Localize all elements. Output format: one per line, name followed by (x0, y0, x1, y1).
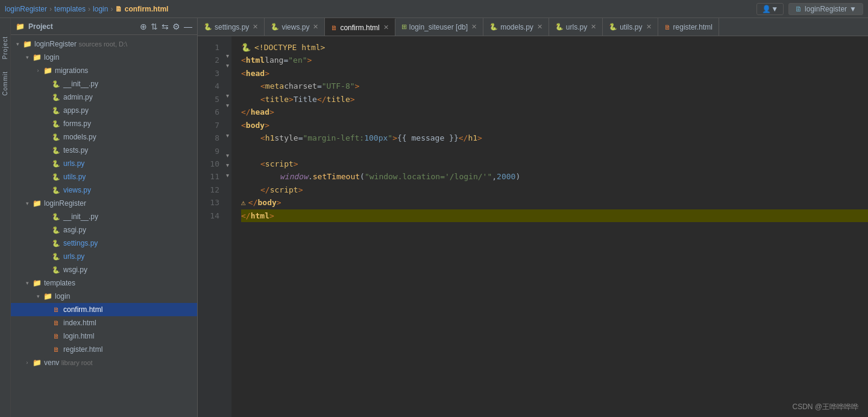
code-line-14: </html> (241, 209, 868, 222)
arrow-icon: ▾ (13, 41, 22, 47)
tree-register-html[interactable]: 🗎 register.html (11, 343, 197, 356)
expand-all-icon[interactable]: ⇅ (151, 22, 158, 31)
tab-close-utils[interactable]: ✕ (646, 23, 652, 31)
tree-templates-folder[interactable]: ▾ 📁 templates (11, 276, 197, 290)
tree-root-label: loginRegister sources root, D:\ (34, 40, 127, 48)
tab-close-views[interactable]: ✕ (313, 23, 318, 31)
script-tag-close: script (270, 183, 298, 196)
minimize-icon[interactable]: — (184, 22, 192, 31)
html-tag-close: html (251, 209, 269, 222)
html-close: > (307, 54, 312, 66)
arrow-icon: ▾ (23, 54, 31, 60)
tree-urls-py-lr[interactable]: 🐍 urls.py (11, 250, 197, 263)
tab-close-confirm[interactable]: ✕ (383, 24, 389, 31)
code-line-11: window.setTimeout("window.location='/log… (241, 170, 868, 183)
tree-login-html[interactable]: 🗎 login.html (11, 329, 197, 343)
tab-icon-register: 🗎 (664, 24, 671, 31)
tree-init-py[interactable]: 🐍 __init__.py (11, 77, 197, 91)
h1-final: > (477, 132, 482, 144)
title-tag: title (265, 93, 289, 106)
tab-icon-urls: 🐍 (555, 23, 564, 31)
head-tag-close: head (251, 106, 269, 118)
add-file-icon[interactable]: ⊕ (140, 22, 147, 31)
tab-icon-utils: 🐍 (609, 23, 617, 31)
project-button[interactable]: 🗎 loginRegister ▼ (788, 3, 863, 15)
tree-urls-py-login[interactable]: 🐍 urls.py (11, 157, 197, 170)
tab-views[interactable]: 🐍 views.py ✕ (265, 18, 325, 36)
tree-login-folder[interactable]: ▾ 📁 login (11, 51, 197, 64)
tree-forms-py[interactable]: 🐍 forms.py (11, 117, 197, 130)
tab-close-urls[interactable]: ✕ (591, 23, 596, 31)
code-line-5: <title>Title</title> (241, 93, 868, 106)
tree-admin-py[interactable]: 🐍 admin.py (11, 91, 197, 104)
tab-close-settings[interactable]: ✕ (253, 23, 258, 31)
folder-icon-login: 📁 (31, 53, 42, 62)
tree-urls-lr-label: urls.py (63, 252, 84, 261)
head-tag: head (246, 67, 265, 80)
timeout-num: 2000 (497, 170, 515, 183)
body-tag: body (246, 119, 265, 132)
code-lines[interactable]: 🐍 <!DOCTYPE html> <html lang="en"> <head… (231, 36, 868, 417)
window-kw: window (280, 170, 308, 183)
tab-login-siteuser[interactable]: ⊞ login_siteuser [db] ✕ (395, 18, 483, 36)
breadcrumb-part-1[interactable]: loginRegister (5, 5, 47, 13)
code-line-3: <head> (241, 67, 868, 80)
folder-icon: 📁 (16, 22, 25, 31)
tree-wsgi-py[interactable]: 🐍 wsgi.py (11, 263, 197, 276)
tree-apps-py[interactable]: 🐍 apps.py (11, 104, 197, 117)
tree-register-html-label: register.html (63, 345, 102, 354)
tree-models-label: models.py (63, 133, 96, 141)
tree-templates-login-folder[interactable]: ▾ 📁 login (11, 290, 197, 303)
tree-utils-py[interactable]: 🐍 utils.py (11, 170, 197, 183)
py-file-icon: 🐍 (51, 133, 61, 141)
breadcrumb-part-2[interactable]: templates (54, 5, 86, 13)
watermark: CSDN @王哗哗哗哗 (792, 402, 858, 412)
code-line-13: ⚠</body> (241, 196, 868, 209)
script-end: > (298, 183, 303, 196)
tree-confirm-html[interactable]: 🗎 confirm.html (11, 303, 197, 316)
tree-migrations[interactable]: › 📁 migrations (11, 64, 197, 77)
tree-asgi-py[interactable]: 🐍 asgi.py (11, 223, 197, 237)
top-right-controls: 👤▼ 🗎 loginRegister ▼ (756, 3, 863, 15)
tree-views-py[interactable]: 🐍 views.py (11, 183, 197, 197)
body-tag-close: body (257, 196, 276, 209)
python-logo: 🐍 (241, 41, 251, 54)
tab-settings[interactable]: 🐍 settings.py ✕ (198, 18, 265, 36)
tab-register[interactable]: 🗎 register.html (658, 18, 719, 36)
equals: = (283, 54, 288, 66)
tree-lr-init[interactable]: 🐍 __init__.py (11, 210, 197, 223)
sidebar-icon-project[interactable]: Project (2, 36, 8, 59)
tab-icon-confirm: 🗎 (331, 24, 338, 31)
tree-tests-py[interactable]: 🐍 tests.py (11, 144, 197, 157)
tab-confirm[interactable]: 🗎 confirm.html ✕ (325, 18, 395, 36)
breadcrumb-sep-3: › (110, 5, 113, 13)
tree-venv-folder[interactable]: › 📁 venv library root (11, 356, 197, 369)
tab-label-utils: utils.py (620, 23, 642, 31)
tree-root[interactable]: ▾ 📁 loginRegister sources root, D:\ (11, 37, 197, 51)
breadcrumb-part-3[interactable]: login (93, 5, 108, 13)
tree-index-html[interactable]: 🗎 index.html (11, 316, 197, 329)
user-button[interactable]: 👤▼ (756, 3, 784, 15)
tree-admin-label: admin.py (63, 93, 93, 101)
collapse-icon[interactable]: ⇆ (162, 22, 169, 31)
tree-loginregister-folder[interactable]: ▾ 📁 loginRegister (11, 197, 197, 210)
sidebar-icon-commit[interactable]: Commit (2, 71, 8, 95)
tab-utils[interactable]: 🐍 utils.py ✕ (603, 18, 658, 36)
h1-close: > (392, 132, 397, 144)
tab-urls[interactable]: 🐍 urls.py ✕ (549, 18, 603, 36)
settings-icon[interactable]: ⚙ (172, 22, 180, 31)
title-close-tag: </ (317, 93, 327, 106)
tab-close-login-siteuser[interactable]: ✕ (471, 23, 477, 31)
tab-models[interactable]: 🐍 models.py ✕ (483, 18, 549, 36)
editor-area: 🐍 settings.py ✕ 🐍 views.py ✕ 🗎 confirm.h… (198, 18, 868, 417)
folder-icon-venv: 📁 (31, 358, 42, 367)
file-tree-body[interactable]: ▾ 📁 loginRegister sources root, D:\ ▾ 📁 … (11, 35, 197, 417)
tree-settings-py[interactable]: 🐍 settings.py (11, 237, 197, 250)
tab-close-models[interactable]: ✕ (537, 23, 542, 31)
tree-models-py[interactable]: 🐍 models.py (11, 130, 197, 144)
code-line-6: </head> (241, 106, 868, 118)
code-line-12: </script> (241, 183, 868, 196)
title-tag-close: title (327, 93, 350, 106)
head-open: < (241, 67, 246, 80)
comma: , (492, 170, 497, 183)
